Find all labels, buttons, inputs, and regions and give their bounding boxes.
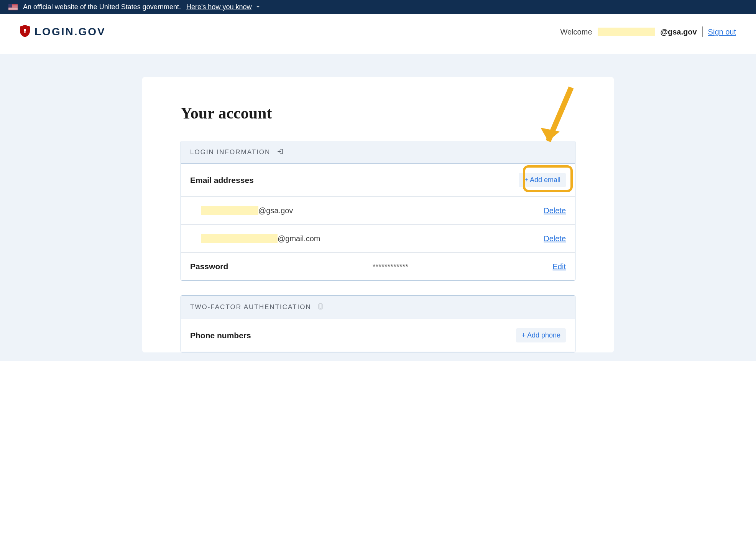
email-row-1: @gmail.com Delete xyxy=(181,225,575,253)
add-phone-button[interactable]: + Add phone xyxy=(516,328,566,342)
login-info-header: LOGIN INFORMATION xyxy=(181,141,575,164)
email-row-0: @gsa.gov Delete xyxy=(181,197,575,225)
password-row: Password ************ Edit xyxy=(181,253,575,280)
vertical-separator xyxy=(702,26,703,37)
page-background: Your account LOGIN INFORMATION Email add… xyxy=(0,54,756,361)
gov-banner: An official website of the United States… xyxy=(0,0,756,14)
redacted-username xyxy=(598,28,655,36)
redacted-email-local xyxy=(201,206,258,215)
delete-email-link-1[interactable]: Delete xyxy=(544,234,566,243)
password-masked: ************ xyxy=(228,262,552,271)
email-domain-0: @gsa.gov xyxy=(258,206,293,215)
delete-email-link-0[interactable]: Delete xyxy=(544,206,566,215)
phone-numbers-row: Phone numbers + Add phone xyxy=(181,319,575,352)
edit-password-link[interactable]: Edit xyxy=(553,262,566,271)
svg-rect-5 xyxy=(8,8,18,9)
us-flag-icon xyxy=(8,4,18,10)
signout-link[interactable]: Sign out xyxy=(708,28,736,36)
two-factor-section: TWO-FACTOR AUTHENTICATION Phone numbers … xyxy=(181,295,575,352)
logo-text: LOGIN.GOV xyxy=(35,26,106,38)
account-card: Your account LOGIN INFORMATION Email add… xyxy=(142,77,614,352)
welcome-label: Welcome xyxy=(560,28,592,36)
svg-rect-7 xyxy=(8,4,12,8)
email-domain-1: @gmail.com xyxy=(278,234,320,243)
phone-icon xyxy=(317,303,324,312)
gov-banner-text: An official website of the United States… xyxy=(23,3,181,11)
gov-banner-expand[interactable]: Here's how you know xyxy=(186,3,261,11)
password-label: Password xyxy=(190,262,228,271)
svg-rect-4 xyxy=(8,7,18,8)
email-addresses-row: Email addresses + Add email xyxy=(181,164,575,197)
header-right: Welcome @gsa.gov Sign out xyxy=(560,26,736,37)
phone-numbers-label: Phone numbers xyxy=(190,331,251,340)
header-email-domain: @gsa.gov xyxy=(661,28,697,36)
site-header: LOGIN.GOV Welcome @gsa.gov Sign out xyxy=(0,14,756,54)
chevron-down-icon xyxy=(255,3,261,11)
add-email-button[interactable]: + Add email xyxy=(519,173,566,187)
login-information-section: LOGIN INFORMATION Email addresses + Add … xyxy=(181,141,575,281)
logo[interactable]: LOGIN.GOV xyxy=(20,25,106,39)
two-factor-header: TWO-FACTOR AUTHENTICATION xyxy=(181,296,575,319)
redacted-email-local xyxy=(201,234,278,243)
email-addresses-label: Email addresses xyxy=(190,176,254,185)
page-title: Your account xyxy=(181,104,575,122)
svg-marker-11 xyxy=(541,128,560,141)
login-info-header-text: LOGIN INFORMATION xyxy=(190,148,270,156)
svg-rect-6 xyxy=(8,9,18,10)
login-arrow-icon xyxy=(276,148,284,156)
svg-rect-9 xyxy=(25,30,26,33)
two-factor-header-text: TWO-FACTOR AUTHENTICATION xyxy=(190,303,311,311)
gov-banner-link[interactable]: Here's how you know xyxy=(186,3,252,11)
shield-icon xyxy=(20,25,30,39)
